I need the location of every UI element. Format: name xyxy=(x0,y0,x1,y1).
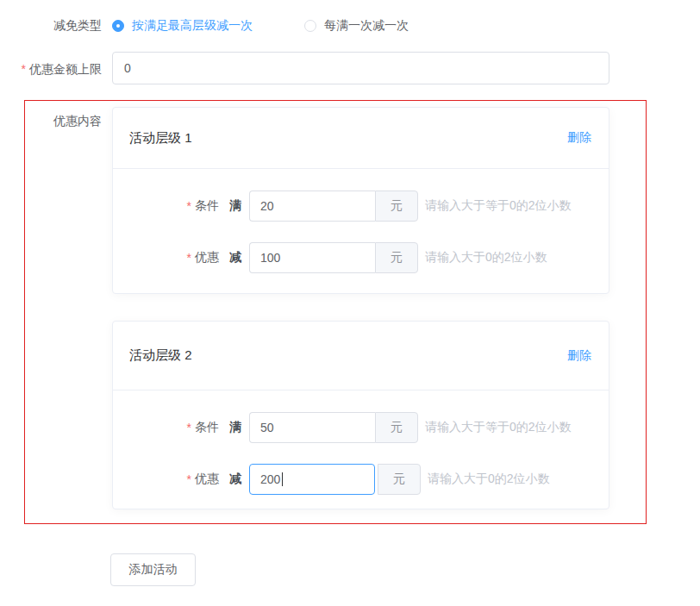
radio-option-highest-level[interactable]: 按满足最高层级减一次 xyxy=(112,18,253,34)
discount-content-label: 优惠内容 xyxy=(0,115,102,127)
discount-input[interactable] xyxy=(249,242,375,273)
required-asterisk: * xyxy=(22,62,26,76)
condition-row: * 条件 满 元 请输入大于等于0的2位小数 xyxy=(113,191,609,222)
condition-input[interactable] xyxy=(249,412,375,443)
reduction-type-radio-group: 按满足最高层级减一次 每满一次减一次 xyxy=(112,18,409,34)
required-asterisk: * xyxy=(187,199,191,213)
card-body: * 条件 满 元 请输入大于等于0的2位小数 * 优惠 减 元 请输入大于0的2… xyxy=(113,169,609,273)
discount-prefix: 减 xyxy=(229,250,241,266)
condition-label: * 条件 满 xyxy=(113,198,249,214)
condition-row: * 条件 满 元 请输入大于等于0的2位小数 xyxy=(113,412,609,443)
discount-label-text: 优惠 xyxy=(195,472,219,487)
delete-link[interactable]: 删除 xyxy=(567,130,591,146)
unit-suffix: 元 xyxy=(375,242,418,273)
activity-level-card-2: 活动层级 2 删除 * 条件 满 元 请输入大于等于0的2位小数 * 优惠 减 xyxy=(112,321,609,509)
discount-input-focused[interactable] xyxy=(249,464,375,495)
discount-row: * 优惠 减 元 请输入大于0的2位小数 xyxy=(113,464,609,495)
reduction-type-label: 减免类型 xyxy=(0,19,102,31)
condition-input-group: 元 xyxy=(249,412,418,443)
activity-level-title: 活动层级 1 xyxy=(129,130,192,147)
radio-unselected-icon[interactable] xyxy=(304,20,316,32)
activity-level-title: 活动层级 2 xyxy=(129,347,192,364)
input-hint: 请输入大于0的2位小数 xyxy=(428,472,550,487)
condition-prefix: 满 xyxy=(229,198,241,214)
unit-suffix: 元 xyxy=(375,191,418,222)
condition-label: * 条件 满 xyxy=(113,420,249,435)
text-cursor xyxy=(282,472,283,486)
discount-input-group-focused: 元 xyxy=(249,464,421,495)
radio-option-every-time[interactable]: 每满一次减一次 xyxy=(304,18,409,34)
condition-label-text: 条件 xyxy=(195,198,219,214)
radio-option-label[interactable]: 每满一次减一次 xyxy=(324,18,409,34)
discount-input-group: 元 xyxy=(249,242,418,273)
condition-prefix: 满 xyxy=(229,420,241,435)
required-asterisk: * xyxy=(187,251,191,265)
condition-input[interactable] xyxy=(249,191,375,222)
discount-row: * 优惠 减 元 请输入大于0的2位小数 xyxy=(113,242,609,273)
activity-level-card-1: 活动层级 1 删除 * 条件 满 元 请输入大于等于0的2位小数 * 优惠 减 xyxy=(112,107,609,294)
input-hint: 请输入大于等于0的2位小数 xyxy=(425,420,572,435)
max-discount-label-text: 优惠金额上限 xyxy=(29,62,102,76)
discount-label: * 优惠 减 xyxy=(113,250,249,266)
add-activity-button[interactable]: 添加活动 xyxy=(110,553,196,586)
max-discount-input[interactable] xyxy=(112,52,609,84)
condition-input-group: 元 xyxy=(249,191,418,222)
card-body: * 条件 满 元 请输入大于等于0的2位小数 * 优惠 减 元 请输入大于0的2… xyxy=(113,390,609,495)
card-header: 活动层级 2 删除 xyxy=(113,322,609,390)
max-discount-label: *优惠金额上限 xyxy=(0,63,102,75)
discount-label-text: 优惠 xyxy=(195,250,219,266)
condition-label-text: 条件 xyxy=(195,420,219,435)
input-hint: 请输入大于等于0的2位小数 xyxy=(425,198,572,214)
delete-link[interactable]: 删除 xyxy=(567,348,591,364)
card-header: 活动层级 1 删除 xyxy=(113,108,609,169)
unit-suffix: 元 xyxy=(375,412,418,443)
radio-option-label[interactable]: 按满足最高层级减一次 xyxy=(132,18,253,34)
required-asterisk: * xyxy=(187,472,191,486)
radio-selected-icon[interactable] xyxy=(112,20,124,32)
discount-label: * 优惠 减 xyxy=(113,472,249,487)
unit-suffix: 元 xyxy=(378,464,421,495)
input-hint: 请输入大于0的2位小数 xyxy=(425,250,547,266)
required-asterisk: * xyxy=(187,421,191,434)
discount-prefix: 减 xyxy=(229,472,241,487)
